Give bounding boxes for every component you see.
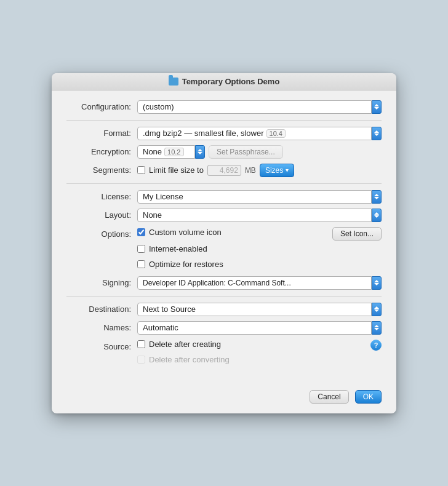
delete-after-creating-label: Delete after creating bbox=[149, 340, 221, 349]
arrow-down-icon bbox=[374, 107, 379, 110]
optimize-checkbox[interactable] bbox=[137, 260, 145, 268]
destination-value[interactable]: Next to Source bbox=[137, 303, 372, 316]
configuration-value[interactable]: (custom) bbox=[137, 100, 372, 114]
folder-icon bbox=[169, 78, 178, 86]
format-stepper[interactable] bbox=[372, 127, 382, 140]
layout-select[interactable]: None bbox=[137, 209, 382, 222]
titlebar: Temporary Options Demo bbox=[52, 73, 396, 90]
format-controls: .dmg bzip2 — smallest file, slower 10.4 bbox=[137, 127, 382, 140]
source-controls: Delete after creating ? Delete after con… bbox=[137, 340, 382, 367]
destination-arrow-up-icon bbox=[374, 306, 379, 309]
signing-select[interactable]: Developer ID Application: C-Command Soft… bbox=[137, 276, 382, 290]
format-label: Format: bbox=[66, 127, 137, 140]
encryption-value[interactable]: None 10.2 bbox=[137, 145, 195, 159]
encryption-row: Encryption: None 10.2 Set Passphrase... bbox=[66, 145, 382, 159]
names-row: Names: Automatic bbox=[66, 321, 382, 335]
configuration-stepper[interactable] bbox=[372, 100, 382, 114]
configuration-row: Configuration: (custom) bbox=[66, 100, 382, 114]
separator-1 bbox=[66, 120, 382, 121]
options-row: Options: Custom volume icon Set Icon... … bbox=[66, 227, 382, 271]
help-button[interactable]: ? bbox=[370, 340, 382, 351]
options-label: Options: bbox=[66, 227, 137, 241]
segments-row: Segments: Limit file size to MB Sizes ▾ bbox=[66, 164, 382, 177]
destination-arrow-down-icon bbox=[374, 309, 379, 312]
segments-checkbox-label: Limit file size to bbox=[149, 165, 204, 175]
license-label: License: bbox=[66, 190, 137, 204]
ok-button[interactable]: OK bbox=[355, 390, 382, 404]
encryption-controls: None 10.2 Set Passphrase... bbox=[137, 145, 382, 159]
format-arrow-down-icon bbox=[374, 133, 379, 136]
layout-arrow-down-icon bbox=[374, 215, 379, 218]
signing-controls: Developer ID Application: C-Command Soft… bbox=[137, 276, 382, 290]
sizes-dropdown-arrow-icon: ▾ bbox=[286, 167, 289, 173]
destination-select[interactable]: Next to Source bbox=[137, 303, 382, 316]
encryption-select[interactable]: None 10.2 bbox=[137, 145, 205, 159]
names-value[interactable]: Automatic bbox=[137, 321, 372, 335]
encryption-version: 10.2 bbox=[164, 148, 183, 156]
custom-icon-checkbox-row: Custom volume icon bbox=[137, 228, 222, 237]
format-select-body[interactable]: .dmg bzip2 — smallest file, slower 10.4 bbox=[137, 127, 372, 140]
signing-stepper[interactable] bbox=[372, 276, 382, 290]
optimize-label: Optimize for restores bbox=[149, 260, 223, 269]
delete-after-converting-label: Delete after converting bbox=[149, 355, 230, 364]
custom-icon-checkbox[interactable] bbox=[137, 228, 145, 236]
optimize-checkbox-row: Optimize for restores bbox=[137, 260, 223, 269]
window-title: Temporary Options Demo bbox=[182, 77, 280, 86]
source-label: Source: bbox=[66, 340, 137, 354]
names-stepper[interactable] bbox=[372, 321, 382, 335]
options-controls: Custom volume icon Set Icon... Internet-… bbox=[137, 227, 382, 271]
internet-enabled-checkbox[interactable] bbox=[137, 245, 145, 253]
layout-controls: None bbox=[137, 209, 382, 222]
license-arrow-down-icon bbox=[374, 197, 379, 199]
license-controls: My License bbox=[137, 190, 382, 204]
internet-enabled-label: Internet-enabled bbox=[149, 244, 207, 253]
destination-stepper[interactable] bbox=[372, 303, 382, 316]
signing-arrow-up-icon bbox=[374, 280, 379, 282]
signing-arrow-down-icon bbox=[374, 283, 379, 285]
layout-label: Layout: bbox=[66, 209, 137, 222]
segments-label: Segments: bbox=[66, 164, 137, 177]
layout-row: Layout: None bbox=[66, 209, 382, 222]
options-row-1: Custom volume icon Set Icon... bbox=[137, 227, 382, 241]
segments-checkbox[interactable] bbox=[137, 166, 145, 174]
names-select[interactable]: Automatic bbox=[137, 321, 382, 335]
delete-after-converting-row: Delete after converting bbox=[137, 355, 230, 364]
format-stepper-arrows bbox=[374, 130, 379, 136]
dialog-content: Configuration: (custom) Format: bbox=[52, 90, 396, 384]
destination-controls: Next to Source bbox=[137, 303, 382, 316]
window-title-area: Temporary Options Demo bbox=[169, 77, 280, 86]
arrow-up-icon bbox=[374, 104, 379, 106]
dialog-footer: Cancel OK bbox=[52, 384, 396, 413]
layout-stepper[interactable] bbox=[372, 209, 382, 222]
separator-2 bbox=[66, 183, 382, 184]
license-select[interactable]: My License bbox=[137, 190, 382, 204]
delete-after-converting-checkbox bbox=[137, 356, 145, 364]
set-passphrase-button[interactable]: Set Passphrase... bbox=[209, 145, 283, 159]
format-arrow-up-icon bbox=[374, 130, 379, 133]
license-stepper[interactable] bbox=[372, 190, 382, 204]
encryption-arrow-down-icon bbox=[198, 152, 202, 154]
license-value[interactable]: My License bbox=[137, 190, 372, 204]
dialog-window: Temporary Options Demo Configuration: (c… bbox=[52, 73, 396, 413]
signing-value[interactable]: Developer ID Application: C-Command Soft… bbox=[137, 276, 372, 290]
segments-size-input[interactable] bbox=[207, 165, 241, 176]
configuration-controls: (custom) bbox=[137, 100, 382, 114]
format-row: Format: .dmg bzip2 — smallest file, slow… bbox=[66, 127, 382, 140]
delete-after-creating-row: Delete after creating bbox=[137, 340, 221, 349]
configuration-select[interactable]: (custom) bbox=[137, 100, 382, 114]
destination-row: Destination: Next to Source bbox=[66, 303, 382, 316]
source-row: Source: Delete after creating ? Delete a… bbox=[66, 340, 382, 367]
cancel-button[interactable]: Cancel bbox=[310, 390, 348, 404]
stepper-arrows bbox=[374, 104, 379, 110]
sizes-button[interactable]: Sizes ▾ bbox=[260, 164, 294, 177]
source-row-1: Delete after creating ? bbox=[137, 340, 382, 351]
names-arrow-up-icon bbox=[374, 325, 379, 327]
encryption-stepper[interactable] bbox=[195, 145, 205, 159]
license-row: License: My License bbox=[66, 190, 382, 204]
format-select[interactable]: .dmg bzip2 — smallest file, slower 10.4 bbox=[137, 127, 382, 140]
delete-after-creating-checkbox[interactable] bbox=[137, 340, 145, 348]
set-icon-button[interactable]: Set Icon... bbox=[332, 227, 382, 241]
layout-value[interactable]: None bbox=[137, 209, 372, 222]
names-label: Names: bbox=[66, 321, 137, 335]
encryption-arrow-up-icon bbox=[198, 149, 202, 151]
